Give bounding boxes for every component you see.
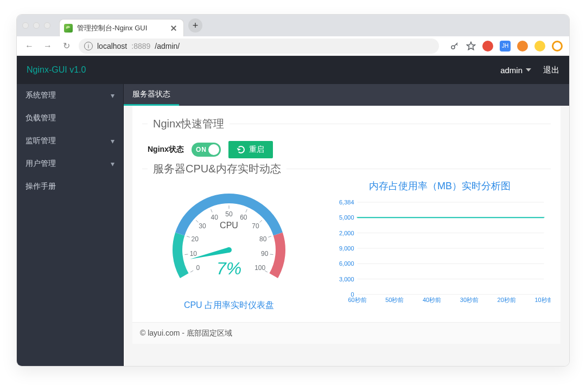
bookmark-star-icon[interactable] xyxy=(466,41,476,51)
svg-line-10 xyxy=(211,209,212,212)
svg-text:20秒前: 20秒前 xyxy=(498,297,516,303)
svg-text:60: 60 xyxy=(240,214,247,221)
svg-text:10秒前: 10秒前 xyxy=(534,297,551,303)
svg-point-0 xyxy=(451,46,455,49)
tab-title: 管理控制台-Nginx GUI xyxy=(77,20,147,37)
app-header: Nginx-GUI v1.0 admin 退出 xyxy=(17,56,569,84)
user-name: admin xyxy=(500,66,523,75)
memchart-title: 内存占使用率（MB）实时分析图 xyxy=(329,179,551,192)
gauge-svg: 0102030405060708090100CPU7% xyxy=(164,179,294,299)
reload-icon xyxy=(237,146,245,153)
url-path: /admin/ xyxy=(155,42,180,50)
svg-text:60秒前: 60秒前 xyxy=(348,297,366,303)
content-panel: Nginx快速管理 Nginx状态 ON 重启 xyxy=(132,106,560,322)
svg-text:40秒前: 40秒前 xyxy=(423,297,441,303)
address-bar[interactable]: i localhost:8889/admin/ xyxy=(79,38,439,54)
site-info-icon[interactable]: i xyxy=(84,42,93,50)
forward-icon[interactable]: → xyxy=(42,41,54,51)
svg-text:0: 0 xyxy=(196,264,200,272)
svg-text:7%: 7% xyxy=(216,259,241,278)
extension-icon[interactable]: JH xyxy=(500,41,511,52)
svg-text:20: 20 xyxy=(192,235,199,243)
tab-server-status[interactable]: 服务器状态 xyxy=(124,84,179,106)
linechart-svg: 6,3845,0002,0009,0006,0003,000060秒前50秒前4… xyxy=(329,197,551,305)
svg-text:40: 40 xyxy=(211,214,218,221)
app: Nginx-GUI v1.0 admin 退出 系统管理 ▾ 负载管理 监听管理… xyxy=(17,56,569,366)
svg-line-6 xyxy=(187,236,190,237)
extension-icon[interactable] xyxy=(517,41,528,52)
svg-line-2 xyxy=(190,271,193,272)
browser-tab[interactable]: 管理控制台-Nginx GUI xyxy=(59,19,184,36)
restart-button-label: 重启 xyxy=(249,145,264,155)
url-port: :8889 xyxy=(131,42,150,50)
svg-text:9,000: 9,000 xyxy=(339,245,354,252)
gauge-caption: CPU 占用率实时仪表盘 xyxy=(142,300,316,311)
sidebar-item-label: 监听管理 xyxy=(26,136,56,146)
sidebar-item-label: 系统管理 xyxy=(26,91,56,100)
footer: © layui.com - 底部固定区域 xyxy=(132,322,560,344)
minimize-window-icon[interactable] xyxy=(33,22,40,29)
svg-line-8 xyxy=(196,220,198,222)
reload-icon[interactable]: ↻ xyxy=(60,41,72,51)
user-menu[interactable]: admin xyxy=(500,66,531,75)
window-controls[interactable] xyxy=(22,22,50,29)
main: 服务器状态 Nginx快速管理 Nginx状态 ON xyxy=(124,84,569,366)
svg-text:30: 30 xyxy=(199,222,206,230)
logout-link[interactable]: 退出 xyxy=(543,65,559,75)
sidebar-item-listen[interactable]: 监听管理 ▾ xyxy=(17,130,123,152)
browser-window: 管理控制台-Nginx GUI + ← → ↻ i localhost:8889… xyxy=(16,14,570,367)
svg-text:50秒前: 50秒前 xyxy=(385,297,404,303)
nginx-status-label: Nginx状态 xyxy=(148,145,184,155)
svg-text:70: 70 xyxy=(252,222,259,230)
section-title-nginx-quick: Nginx快速管理 xyxy=(148,117,230,131)
sidebar-item-label: 操作手册 xyxy=(26,182,56,191)
sidebar: 系统管理 ▾ 负载管理 监听管理 ▾ 用户管理 ▾ 操作手册 xyxy=(17,84,124,366)
page-tabs: 服务器状态 xyxy=(124,84,569,106)
svg-text:80: 80 xyxy=(259,235,267,243)
extension-icon[interactable] xyxy=(482,41,493,52)
sidebar-item-loadbalance[interactable]: 负载管理 xyxy=(17,107,123,130)
sidebar-item-system[interactable]: 系统管理 ▾ xyxy=(17,84,123,107)
cpu-gauge: 0102030405060708090100CPU7% CPU 占用率实时仪表盘 xyxy=(142,179,316,311)
sidebar-item-label: 负载管理 xyxy=(26,113,56,123)
back-icon[interactable]: ← xyxy=(23,41,35,51)
svg-point-26 xyxy=(226,247,232,253)
svg-text:6,000: 6,000 xyxy=(339,260,354,267)
chevron-down-icon: ▾ xyxy=(111,91,114,100)
chevron-down-icon: ▾ xyxy=(111,137,114,145)
close-window-icon[interactable] xyxy=(22,22,29,29)
memory-line-chart: 6,3845,0002,0009,0006,0003,000060秒前50秒前4… xyxy=(329,197,551,305)
sidebar-item-users[interactable]: 用户管理 ▾ xyxy=(17,152,123,175)
browser-toolbar: ← → ↻ i localhost:8889/admin/ JH xyxy=(17,36,569,56)
svg-marker-1 xyxy=(467,42,475,49)
extension-icon[interactable] xyxy=(552,41,563,52)
toolbar-icons: JH xyxy=(450,41,563,52)
switch-knob-icon xyxy=(208,144,219,155)
sidebar-item-manual[interactable]: 操作手册 xyxy=(17,175,123,198)
section-title-cpu-mem: 服务器CPU&内存实时动态 xyxy=(148,162,286,176)
svg-text:90: 90 xyxy=(261,250,269,258)
chevron-down-icon xyxy=(526,68,531,72)
svg-text:30秒前: 30秒前 xyxy=(460,297,479,303)
chevron-down-icon: ▾ xyxy=(111,159,114,168)
switch-text: ON xyxy=(196,146,207,153)
svg-line-20 xyxy=(270,254,273,255)
svg-text:3,000: 3,000 xyxy=(339,276,354,282)
sidebar-item-label: 用户管理 xyxy=(26,159,56,169)
svg-text:6,384: 6,384 xyxy=(339,199,354,205)
favicon-icon xyxy=(64,24,73,33)
svg-text:100: 100 xyxy=(254,264,265,272)
new-tab-button[interactable]: + xyxy=(188,18,202,33)
close-tab-icon[interactable] xyxy=(169,24,178,33)
restart-button[interactable]: 重启 xyxy=(228,141,273,158)
browser-tabbar: 管理控制台-Nginx GUI + xyxy=(17,15,569,36)
svg-text:5,000: 5,000 xyxy=(339,214,354,221)
svg-text:10: 10 xyxy=(190,250,198,258)
url-host: localhost xyxy=(97,42,127,50)
extension-icon[interactable] xyxy=(534,41,545,52)
password-key-icon[interactable] xyxy=(450,41,460,51)
svg-text:CPU: CPU xyxy=(220,221,238,230)
maximize-window-icon[interactable] xyxy=(44,22,50,29)
nginx-status-switch[interactable]: ON xyxy=(192,143,221,157)
svg-line-18 xyxy=(268,236,271,237)
